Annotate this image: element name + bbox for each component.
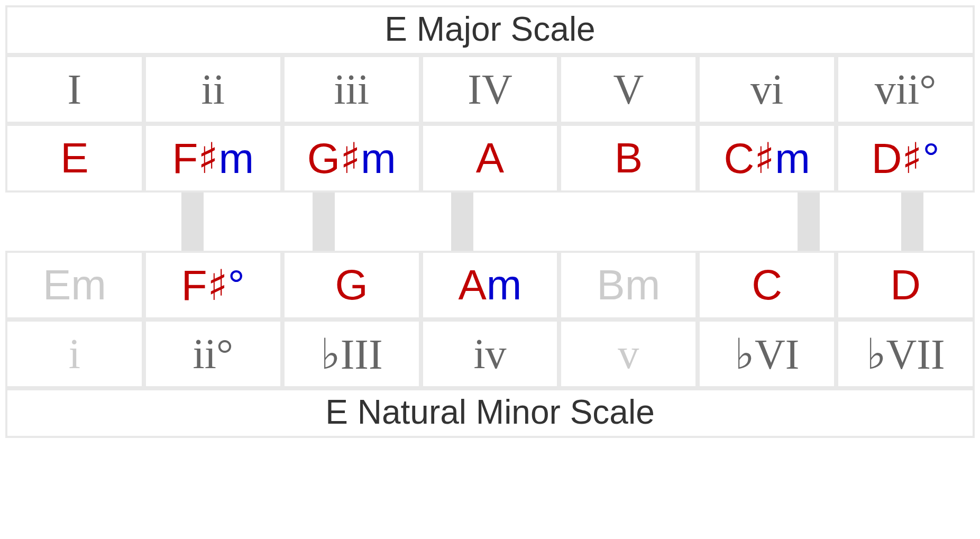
- roman-cell: iii: [282, 55, 421, 124]
- minor-chord-row: Em F♯° G Am Bm C D: [5, 251, 975, 319]
- connector-bar: [313, 193, 335, 251]
- connector-bar: [901, 193, 923, 251]
- major-chord-row: E F♯m G♯m A B C♯m D♯°: [5, 124, 975, 193]
- roman-cell: IV: [421, 55, 560, 124]
- roman-cell: ii°: [144, 319, 282, 388]
- minor-scale-title: E Natural Minor Scale: [5, 388, 975, 438]
- roman-cell: v: [559, 319, 698, 388]
- scale-comparison-diagram: E Major Scale I ii iii IV V vi vii° E F♯…: [5, 5, 975, 438]
- roman-cell: ii: [144, 55, 282, 124]
- roman-cell: ♭VI: [698, 319, 836, 388]
- chord-cell: D♯°: [836, 124, 975, 193]
- connector-gap: [5, 193, 975, 251]
- chord-cell: F♯°: [144, 251, 282, 319]
- chord-cell: Bm: [559, 251, 698, 319]
- roman-cell: I: [5, 55, 144, 124]
- chord-cell: G♯m: [282, 124, 421, 193]
- chord-cell: B: [559, 124, 698, 193]
- chord-cell: C♯m: [698, 124, 836, 193]
- roman-cell: vi: [698, 55, 836, 124]
- chord-cell: C: [698, 251, 836, 319]
- chord-cell: E: [5, 124, 144, 193]
- major-roman-row: I ii iii IV V vi vii°: [5, 55, 975, 124]
- roman-cell: V: [559, 55, 698, 124]
- roman-cell: ♭III: [282, 319, 421, 388]
- chord-cell: F♯m: [144, 124, 282, 193]
- roman-cell: iv: [421, 319, 560, 388]
- roman-cell: vii°: [836, 55, 975, 124]
- roman-cell: ♭VII: [836, 319, 975, 388]
- roman-cell: i: [5, 319, 144, 388]
- chord-cell: D: [836, 251, 975, 319]
- connector-bar: [181, 193, 204, 251]
- connector-bar: [451, 193, 473, 251]
- chord-cell: Am: [421, 251, 560, 319]
- minor-roman-row: i ii° ♭III iv v ♭VI ♭VII: [5, 319, 975, 388]
- chord-cell: Em: [5, 251, 144, 319]
- chord-cell: G: [282, 251, 421, 319]
- chord-cell: A: [421, 124, 560, 193]
- major-scale-title: E Major Scale: [5, 5, 975, 55]
- connector-bar: [798, 193, 820, 251]
